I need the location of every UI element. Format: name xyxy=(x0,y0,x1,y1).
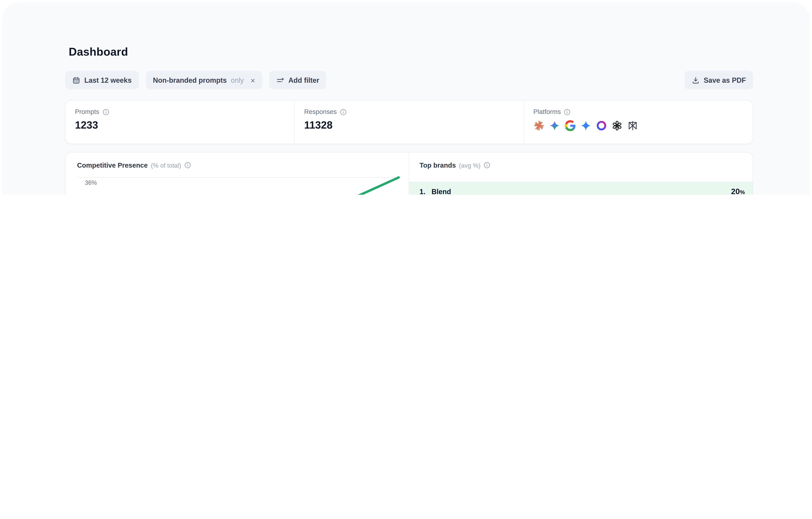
save-pdf-button[interactable]: Save as PDF xyxy=(685,71,753,90)
add-filter-label: Add filter xyxy=(289,76,319,84)
filter-plus-icon xyxy=(277,76,284,84)
svg-text:36%: 36% xyxy=(85,179,97,186)
info-icon[interactable] xyxy=(340,109,347,115)
info-icon[interactable] xyxy=(484,162,491,169)
info-icon[interactable] xyxy=(184,162,191,169)
page-title: Dashboard xyxy=(69,0,753,59)
claude-icon xyxy=(533,120,544,131)
calendar-icon xyxy=(72,76,80,84)
ai-gradient-ring-icon xyxy=(596,120,607,131)
gemini-icon xyxy=(549,120,560,131)
close-icon[interactable]: × xyxy=(251,76,255,84)
prompt-filter-label: Non-branded prompts xyxy=(153,76,227,84)
prompt-filter-chip[interactable]: Non-branded prompts only × xyxy=(146,71,262,90)
google-icon xyxy=(564,120,575,131)
openai-icon xyxy=(611,120,622,131)
competitive-presence-panel: Competitive Presence (% of total) 0%9%18… xyxy=(65,152,409,195)
dashboard-page: Dashboard Last 12 weeks Non-branded prom… xyxy=(0,0,812,195)
competitive-title: Competitive Presence xyxy=(77,161,148,169)
top-brands-title: Top brands xyxy=(419,161,456,169)
prompt-filter-suffix: only xyxy=(231,76,244,84)
brand-value: 20% xyxy=(731,187,745,195)
brand-row-blend[interactable]: 1. Blend 20% xyxy=(409,182,753,195)
info-icon[interactable] xyxy=(564,109,571,115)
competitive-presence-chart: 0%9%18%27%36%Oct22Oct29Nov5Nov12 xyxy=(77,174,403,195)
brand-name: Blend xyxy=(432,188,451,195)
top-brands-subtitle: (avg %) xyxy=(459,161,481,169)
platform-icons xyxy=(533,120,753,131)
save-pdf-label: Save as PDF xyxy=(704,76,746,84)
competitive-subtitle: (% of total) xyxy=(151,161,181,169)
prompts-label: Prompts xyxy=(75,108,99,116)
filter-toolbar: Last 12 weeks Non-branded prompts only ×… xyxy=(65,71,753,90)
stat-platforms: Platforms xyxy=(524,100,753,144)
stat-responses: Responses 11328 xyxy=(295,100,524,144)
platforms-label: Platforms xyxy=(533,108,561,116)
top-brands-panel: Top brands (avg %) 1. Blend 20% xyxy=(409,152,753,195)
perplexity-icon xyxy=(627,120,638,131)
info-icon[interactable] xyxy=(102,109,109,115)
prompts-value: 1233 xyxy=(75,119,294,131)
stat-prompts: Prompts 1233 xyxy=(65,100,295,144)
add-filter-button[interactable]: Add filter xyxy=(269,71,326,90)
date-range-label: Last 12 weeks xyxy=(84,76,132,84)
date-range-chip[interactable]: Last 12 weeks xyxy=(65,71,139,90)
responses-label: Responses xyxy=(304,108,337,116)
gemini-star-blue-icon xyxy=(580,120,591,131)
download-icon xyxy=(692,76,700,84)
stats-card: Prompts 1233 Responses 11328 P xyxy=(65,100,753,144)
main-charts-card: Competitive Presence (% of total) 0%9%18… xyxy=(65,152,753,195)
brand-rank: 1. xyxy=(419,188,431,195)
responses-value: 11328 xyxy=(304,119,523,131)
